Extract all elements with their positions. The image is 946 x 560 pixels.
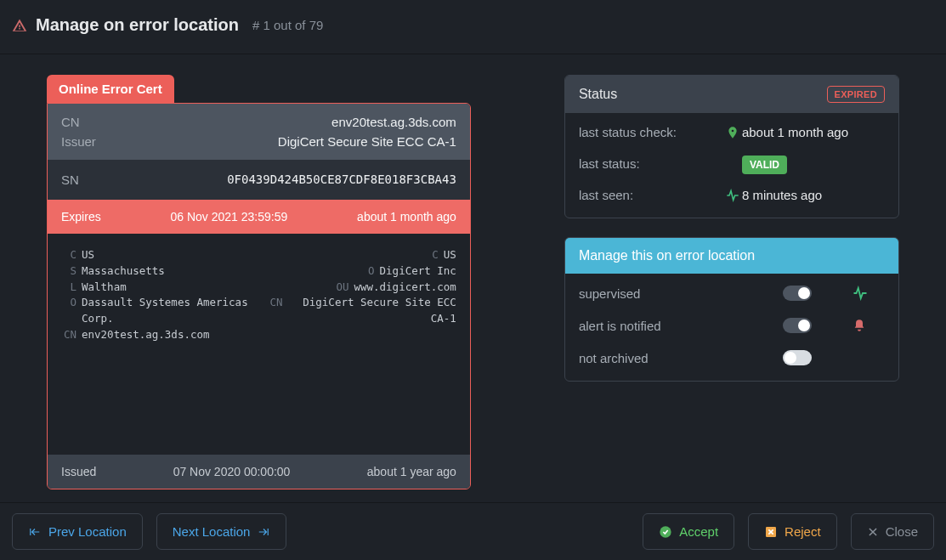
check-circle-icon xyxy=(659,525,672,539)
archived-toggle[interactable] xyxy=(783,350,812,365)
page-count: # 1 out of 79 xyxy=(252,18,323,32)
issued-date: 07 Nov 2020 00:00:00 xyxy=(173,465,291,478)
cn-label: CN xyxy=(61,115,80,129)
status-title: Status xyxy=(579,87,617,102)
accept-button[interactable]: Accept xyxy=(643,513,734,550)
expires-date: 06 Nov 2021 23:59:59 xyxy=(171,210,288,223)
last-check-value: about 1 month ago xyxy=(742,125,885,139)
expires-relative: about 1 month ago xyxy=(357,210,456,223)
manage-panel: Manage this on error location supervised… xyxy=(564,237,899,382)
last-status-label: last status: xyxy=(579,156,723,171)
last-seen-label: last seen: xyxy=(579,188,723,202)
manage-title: Manage this on error location xyxy=(579,248,755,263)
status-panel: Status EXPIRED last status check: about … xyxy=(564,75,899,218)
page-header: Manage on error location # 1 out of 79 xyxy=(0,0,946,54)
issuer-label: Issuer xyxy=(61,134,96,149)
x-square-icon xyxy=(764,525,778,539)
cert-card: CN env20test.ag.3ds.com Issuer DigiCert … xyxy=(47,103,471,489)
bell-icon xyxy=(853,319,866,332)
next-location-button[interactable]: Next Location xyxy=(156,513,287,550)
issuer-block: CUS ODigiCert Inc OUwww.digicert.com CND… xyxy=(267,247,456,441)
alert-label: alert is notified xyxy=(579,319,783,333)
page-title: Manage on error location xyxy=(36,15,239,35)
expires-label: Expires xyxy=(61,210,101,223)
issued-row: Issued 07 Nov 2020 00:00:00 about 1 year… xyxy=(48,455,470,489)
sn-value: 0F0439D424B50CE87CDF8E018F3CBA43 xyxy=(227,173,456,187)
last-seen-value: 8 minutes ago xyxy=(742,188,885,202)
cert-tab[interactable]: Online Error Cert xyxy=(47,75,174,103)
alert-toggle[interactable] xyxy=(783,318,812,333)
supervised-toggle[interactable] xyxy=(783,286,812,301)
issued-label: Issued xyxy=(61,465,96,478)
archived-label: not archived xyxy=(579,351,783,365)
issued-relative: about 1 year ago xyxy=(367,465,456,478)
activity-icon xyxy=(723,189,742,202)
reject-button[interactable]: Reject xyxy=(748,513,837,550)
footer: Prev Location Next Location Accept Rejec… xyxy=(0,502,946,560)
status-valid-badge: VALID xyxy=(742,156,787,174)
status-expired-badge: EXPIRED xyxy=(827,86,885,103)
expires-row: Expires 06 Nov 2021 23:59:59 about 1 mon… xyxy=(48,200,470,234)
last-check-label: last status check: xyxy=(579,125,723,139)
subject-block: CUS SMassachusetts LWaltham ODassault Sy… xyxy=(61,247,250,441)
warning-icon xyxy=(12,18,27,33)
supervised-label: supervised xyxy=(579,286,783,301)
issuer-value: DigiCert Secure Site ECC CA-1 xyxy=(278,134,456,149)
activity-icon xyxy=(853,286,868,301)
close-button[interactable]: Close xyxy=(851,513,934,550)
cn-value: env20test.ag.3ds.com xyxy=(331,115,456,129)
prev-location-button[interactable]: Prev Location xyxy=(12,513,143,550)
close-icon xyxy=(867,526,879,538)
map-pin-icon xyxy=(723,126,742,139)
sn-label: SN xyxy=(61,173,79,187)
